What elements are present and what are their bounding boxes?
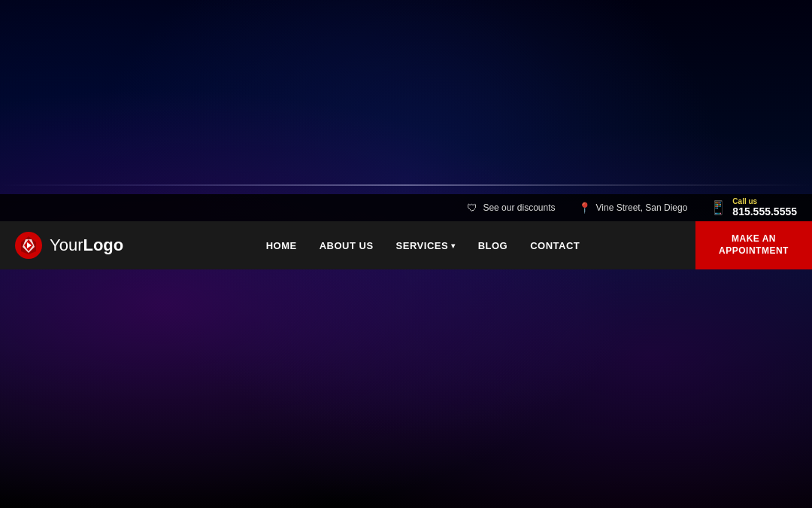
appointment-text: MAKE AN APPOINTMENT xyxy=(719,233,789,257)
light-streak xyxy=(0,184,812,186)
logo-logo: Logo xyxy=(83,236,123,254)
logo-icon xyxy=(15,232,42,259)
appointment-button[interactable]: MAKE AN APPOINTMENT xyxy=(695,221,812,269)
chevron-down-icon: ▾ xyxy=(451,242,456,250)
discount-icon: 🛡 xyxy=(467,202,477,214)
nav-services-label: SERVICES xyxy=(396,240,449,251)
nav-item-about-us[interactable]: ABOUT US xyxy=(320,240,374,251)
nav-links: HOME ABOUT US SERVICES ▾ BLOG CONTACT xyxy=(150,240,695,251)
logo-text: YourLogo xyxy=(50,236,123,255)
discount-item[interactable]: 🛡 See our discounts xyxy=(467,202,555,214)
address-item: 📍 Vine Street, San Diego xyxy=(578,202,688,214)
nav-bar: YourLogo HOME ABOUT US SERVICES ▾ BLOG C… xyxy=(0,221,812,269)
discount-label: See our discounts xyxy=(483,202,555,213)
nav-item-blog[interactable]: BLOG xyxy=(478,240,508,251)
logo-area[interactable]: YourLogo xyxy=(0,232,150,259)
phone-item: 📱 Call us 815.555.5555 xyxy=(710,197,797,218)
phone-number: 815.555.5555 xyxy=(732,205,797,218)
phone-label-group: Call us 815.555.5555 xyxy=(732,197,797,218)
call-us-label: Call us xyxy=(732,197,757,205)
address-label: Vine Street, San Diego xyxy=(596,202,688,213)
logo-your: Your xyxy=(50,236,83,254)
nav-item-services[interactable]: SERVICES ▾ xyxy=(396,240,456,251)
phone-icon: 📱 xyxy=(710,199,726,216)
nav-item-home[interactable]: HOME xyxy=(266,240,297,251)
top-bar: 🛡 See our discounts 📍 Vine Street, San D… xyxy=(0,194,812,221)
nav-item-contact[interactable]: CONTACT xyxy=(530,240,580,251)
location-icon: 📍 xyxy=(578,202,591,214)
